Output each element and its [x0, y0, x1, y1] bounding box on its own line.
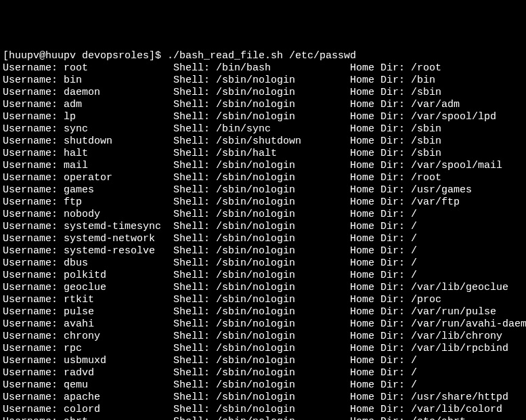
output-line: Username: nobody Shell: /sbin/nologin Ho… — [3, 209, 523, 221]
output-line: Username: polkitd Shell: /sbin/nologin H… — [3, 270, 523, 282]
output-line: Username: games Shell: /sbin/nologin Hom… — [3, 184, 523, 196]
output-line: Username: colord Shell: /sbin/nologin Ho… — [3, 404, 523, 416]
output-line: Username: usbmuxd Shell: /sbin/nologin H… — [3, 355, 523, 367]
output-line: Username: lp Shell: /sbin/nologin Home D… — [3, 111, 523, 123]
output-line: Username: root Shell: /bin/bash Home Dir… — [3, 62, 523, 75]
output-line: Username: chrony Shell: /sbin/nologin Ho… — [3, 331, 523, 343]
output-line: Username: avahi Shell: /sbin/nologin Hom… — [3, 318, 523, 331]
shell-prompt-line[interactable]: [huupv@huupv devopsroles]$ ./bash_read_f… — [3, 50, 523, 62]
output-line: Username: dbus Shell: /sbin/nologin Home… — [3, 257, 523, 270]
output-line: Username: systemd-resolve Shell: /sbin/n… — [3, 245, 523, 257]
output-line: Username: daemon Shell: /sbin/nologin Ho… — [3, 87, 523, 99]
output-line: Username: sync Shell: /bin/sync Home Dir… — [3, 123, 523, 135]
output-line: Username: radvd Shell: /sbin/nologin Hom… — [3, 367, 523, 379]
output-line: Username: shutdown Shell: /sbin/shutdown… — [3, 135, 523, 148]
output-line: Username: bin Shell: /sbin/nologin Home … — [3, 75, 523, 87]
output-line: Username: halt Shell: /sbin/halt Home Di… — [3, 148, 523, 160]
terminal-output: Username: root Shell: /bin/bash Home Dir… — [3, 62, 523, 420]
output-line: Username: mail Shell: /sbin/nologin Home… — [3, 160, 523, 172]
output-line: Username: rpc Shell: /sbin/nologin Home … — [3, 343, 523, 355]
output-line: Username: apache Shell: /sbin/nologin Ho… — [3, 392, 523, 404]
output-line: Username: systemd-network Shell: /sbin/n… — [3, 233, 523, 245]
output-line: Username: geoclue Shell: /sbin/nologin H… — [3, 282, 523, 294]
output-line: Username: systemd-timesync Shell: /sbin/… — [3, 221, 523, 233]
shell-prompt: [huupv@huupv devopsroles]$ ./bash_read_f… — [3, 50, 356, 62]
output-line: Username: abrt Shell: /sbin/nologin Home… — [3, 416, 523, 420]
output-line: Username: qemu Shell: /sbin/nologin Home… — [3, 379, 523, 392]
output-line: Username: pulse Shell: /sbin/nologin Hom… — [3, 306, 523, 318]
output-line: Username: operator Shell: /sbin/nologin … — [3, 172, 523, 184]
output-line: Username: adm Shell: /sbin/nologin Home … — [3, 99, 523, 111]
output-line: Username: rtkit Shell: /sbin/nologin Hom… — [3, 294, 523, 306]
output-line: Username: ftp Shell: /sbin/nologin Home … — [3, 196, 523, 209]
